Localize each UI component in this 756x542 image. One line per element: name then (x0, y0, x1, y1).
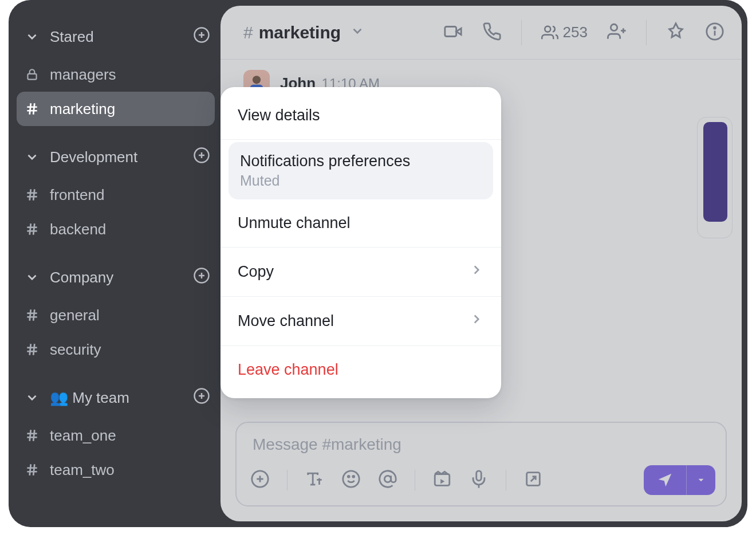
sidebar-item-backend[interactable]: backend (9, 212, 220, 246)
hash-icon (25, 342, 50, 357)
format-text-icon[interactable] (305, 469, 324, 491)
hash-icon (25, 308, 50, 323)
chevron-down-icon (25, 390, 50, 405)
svg-line-39 (30, 464, 31, 476)
sidebar-group-label: Development (50, 148, 193, 166)
send-options-icon[interactable] (687, 475, 715, 485)
svg-line-29 (33, 344, 34, 355)
sidebar-group-label: Company (50, 269, 193, 286)
hash-icon (25, 101, 50, 116)
svg-point-57 (353, 476, 355, 477)
member-count-value: 253 (563, 23, 588, 41)
chevron-down-icon (25, 150, 50, 164)
svg-line-6 (30, 103, 31, 115)
sidebar-group-company[interactable]: Company (9, 257, 220, 298)
svg-line-40 (33, 464, 34, 476)
svg-point-58 (384, 476, 391, 482)
composer-input[interactable]: Message #marketing (237, 423, 726, 459)
app-frame: Stared managers marketing Development (9, 0, 747, 527)
svg-line-7 (33, 103, 34, 115)
hash-icon: # (243, 23, 253, 42)
menu-item-label: Notifications preferences (240, 152, 482, 170)
video-call-icon[interactable] (443, 22, 463, 44)
menu-item-label: Move channel (238, 312, 334, 330)
add-channel-icon[interactable] (193, 26, 210, 48)
add-member-icon[interactable] (607, 22, 627, 44)
send-icon[interactable] (644, 472, 686, 489)
sidebar-item-team-two[interactable]: team_two (9, 453, 220, 487)
add-channel-icon[interactable] (193, 267, 210, 288)
menu-item-label: Leave channel (238, 361, 338, 379)
channel-context-menu: View details Notifications preferences M… (220, 87, 501, 398)
expand-icon[interactable] (523, 469, 543, 491)
sidebar-item-frontend[interactable]: frontend (9, 178, 220, 212)
svg-marker-64 (699, 479, 704, 482)
hash-icon (25, 428, 50, 443)
sidebar-item-label: security (50, 341, 101, 359)
menu-view-details[interactable]: View details (220, 94, 501, 137)
menu-unmute-channel[interactable]: Unmute channel (220, 202, 501, 245)
svg-line-18 (33, 223, 34, 235)
sidebar-group-stared[interactable]: Stared (9, 16, 220, 57)
composer-toolbar (237, 459, 726, 505)
menu-copy[interactable]: Copy (220, 250, 501, 294)
member-count[interactable]: 253 (541, 23, 588, 41)
info-icon[interactable] (705, 22, 724, 44)
menu-item-label: View details (238, 107, 320, 124)
svg-line-13 (30, 189, 31, 201)
sidebar-group-label: Stared (50, 28, 193, 46)
sidebar-item-marketing[interactable]: marketing (17, 92, 215, 126)
sidebar-group-my-team[interactable]: 👥 My team (9, 377, 220, 418)
microphone-icon[interactable] (469, 469, 489, 491)
svg-marker-60 (440, 479, 444, 484)
svg-line-28 (30, 344, 31, 355)
sidebar-group-label: 👥 My team (50, 389, 193, 407)
attach-icon[interactable] (250, 469, 270, 491)
video-clip-icon[interactable] (432, 469, 452, 491)
svg-line-36 (33, 430, 34, 441)
svg-rect-41 (444, 26, 456, 36)
svg-rect-61 (477, 471, 482, 481)
svg-line-35 (30, 430, 31, 441)
sidebar-item-label: backend (50, 221, 106, 238)
emoji-icon[interactable] (341, 469, 361, 491)
menu-move-channel[interactable]: Move channel (220, 299, 501, 343)
svg-line-17 (30, 223, 31, 235)
hash-icon (25, 222, 50, 237)
svg-line-14 (33, 189, 34, 201)
channel-name: marketing (259, 23, 341, 42)
channel-header: # marketing 253 (220, 6, 742, 60)
sidebar-item-general[interactable]: general (9, 298, 220, 332)
sidebar-item-label: general (50, 307, 100, 324)
svg-rect-59 (435, 474, 450, 486)
svg-rect-3 (27, 74, 36, 80)
svg-point-50 (253, 76, 261, 84)
sidebar: Stared managers marketing Development (9, 0, 220, 527)
sidebar-item-label: team_two (50, 461, 115, 479)
sidebar-item-team-one[interactable]: team_one (9, 418, 220, 453)
svg-line-25 (33, 309, 34, 321)
add-channel-icon[interactable] (193, 147, 210, 168)
add-channel-icon[interactable] (193, 387, 210, 409)
menu-leave-channel[interactable]: Leave channel (220, 348, 501, 391)
attachment-preview[interactable] (697, 117, 733, 238)
menu-item-label: Copy (238, 263, 274, 281)
menu-notification-preferences[interactable]: Notifications preferences Muted (229, 142, 493, 199)
sidebar-item-label: managers (50, 66, 116, 84)
pin-icon[interactable] (666, 22, 686, 44)
svg-line-24 (30, 309, 31, 321)
channel-title-button[interactable]: # marketing (243, 23, 365, 42)
menu-item-label: Unmute channel (238, 214, 351, 232)
chevron-down-icon (25, 270, 50, 285)
chevron-right-icon (469, 262, 484, 281)
sidebar-item-managers[interactable]: managers (9, 57, 220, 92)
sidebar-item-label: frontend (50, 186, 104, 204)
svg-point-44 (611, 24, 617, 30)
sidebar-group-development[interactable]: Development (9, 136, 220, 178)
sidebar-item-label: team_one (50, 427, 116, 445)
send-button[interactable] (644, 465, 715, 495)
svg-point-55 (343, 471, 359, 487)
sidebar-item-security[interactable]: security (9, 332, 220, 367)
mention-icon[interactable] (378, 469, 397, 491)
phone-call-icon[interactable] (482, 22, 502, 44)
